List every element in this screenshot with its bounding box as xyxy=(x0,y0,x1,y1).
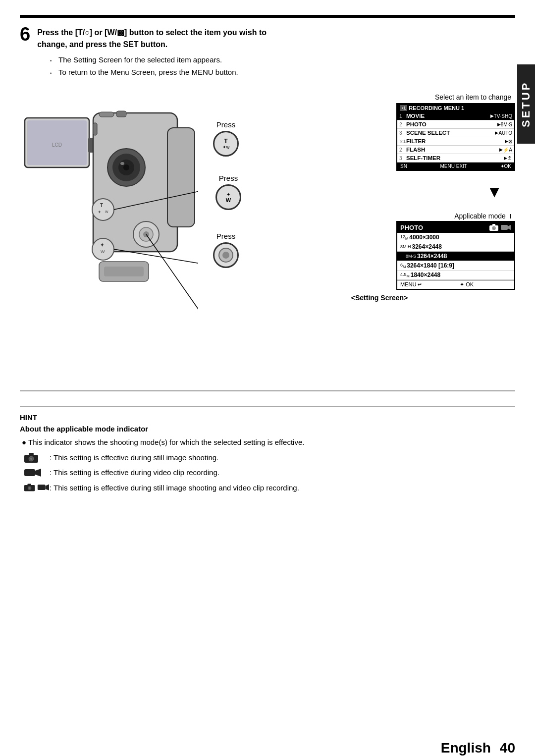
svg-rect-42 xyxy=(27,484,31,485)
hint-both-text: : This setting is effective during still… xyxy=(50,483,299,494)
hint-section: HINT About the applicable mode indicator… xyxy=(20,406,515,493)
bullet-text-1: The Setting Screen for the selected item… xyxy=(58,55,222,64)
t-button-icon: T ✦w xyxy=(213,131,239,157)
svg-point-44 xyxy=(29,487,30,488)
illustration-area: LCD T w xyxy=(20,88,515,376)
step-text: Press the [T/○] or [W/▩] button to selec… xyxy=(37,27,267,51)
divider-line xyxy=(20,390,515,391)
svg-text:T: T xyxy=(100,203,103,208)
bullet-dot-1: ・ xyxy=(47,56,54,66)
hint-icon-row-still: : This setting is effective during still… xyxy=(20,452,515,464)
svg-marker-34 xyxy=(508,225,511,230)
menu-row-filter: ※1 FILTER ▶ ⊠ xyxy=(397,137,514,146)
svg-rect-11 xyxy=(99,112,114,117)
bullet-item-2: ・ To return to the Menu Screen, press th… xyxy=(47,68,515,78)
svg-rect-33 xyxy=(501,225,508,230)
press-label-1: Press xyxy=(216,120,235,129)
page-container: 6 Press the [T/○] or [W/▩] button to sel… xyxy=(0,15,535,756)
setting-screen-label: <Setting Screen> xyxy=(244,294,515,302)
menu-title: RECORDING MENU 1 xyxy=(409,105,464,111)
svg-point-32 xyxy=(493,227,495,229)
camera-illustration: LCD T w xyxy=(20,88,198,346)
select-label: Select an item to change xyxy=(244,93,511,101)
step-number: 6 xyxy=(20,25,30,44)
hint-title: HINT xyxy=(20,413,515,422)
bullet-item-1: ・ The Setting Screen for the selected it… xyxy=(47,55,515,66)
recording-menu-screen: ▪1 RECORDING MENU 1 1 MOVIE ▶ TV·SHQ 2 xyxy=(396,103,515,171)
footer-english: English xyxy=(441,740,491,756)
menu-bottom-bar: SN MENU EXIT ✦OK xyxy=(397,162,514,170)
menu-row-scene: 3 SCENE SELECT ▶ AUTO xyxy=(397,129,514,137)
top-row: Press T ✦w Select an item to change ▪1 xyxy=(213,93,515,171)
hint-still-text: : This setting is effective during still… xyxy=(50,452,218,464)
hint-subtitle: About the applicable mode indicator xyxy=(20,425,515,433)
menu-title-bar: ▪1 RECORDING MENU 1 xyxy=(397,104,514,112)
svg-marker-40 xyxy=(35,469,41,477)
setting-row: Press Applicable mode I xyxy=(213,212,515,302)
hint-video-text: : This setting is effective during video… xyxy=(50,467,219,479)
setting-row-6m: 6M 3264×1840 [16:9] xyxy=(397,261,514,270)
setup-sidebar-tab: SETUP xyxy=(517,64,535,144)
svg-rect-12 xyxy=(116,111,126,117)
arrow-container: ▼ xyxy=(244,183,515,201)
setting-title-bar: PHOTO xyxy=(397,222,514,233)
right-panel: Press T ✦w Select an item to change ▪1 xyxy=(208,88,515,376)
bullet-dot-2: ・ xyxy=(47,69,54,78)
setting-screen: PHOTO xyxy=(396,221,515,290)
setting-bottom-bar: MENU ↵ ✦ OK xyxy=(397,280,514,289)
svg-text:✦: ✦ xyxy=(100,242,105,248)
svg-text:w: w xyxy=(105,209,108,214)
svg-point-13 xyxy=(92,199,114,220)
bullets: ・ The Setting Screen for the selected it… xyxy=(47,55,515,78)
setting-screen-panel: Applicable mode I PHOTO xyxy=(244,212,515,302)
setting-row-45m: 4.5M 1840×2448 xyxy=(397,270,514,280)
camera-area: LCD T w xyxy=(20,88,208,376)
svg-rect-45 xyxy=(38,485,46,490)
still-camera-icon xyxy=(489,223,499,231)
w-button-icon: ✦ W xyxy=(215,184,241,210)
arrow-down-icon: ▼ xyxy=(486,183,502,201)
menu-row-photo: 2 PHOTO ▶ 8M·S xyxy=(397,120,514,129)
still-icon-hint-2 xyxy=(24,483,35,492)
svg-rect-27 xyxy=(104,267,144,276)
press-set-group: Press xyxy=(213,232,239,268)
menu-row-flash: 2 FLASH ▶ ⚡A xyxy=(397,146,514,154)
svg-text:✦: ✦ xyxy=(98,210,102,215)
menu-panel: Select an item to change ▪1 RECORDING ME… xyxy=(244,93,515,171)
hint-body: ● This indicator shows the shooting mode… xyxy=(20,437,515,448)
hint-icon-row-video: : This setting is effective during video… xyxy=(20,467,515,479)
bullet-text-2: To return to the Menu Screen, press the … xyxy=(58,68,238,76)
svg-point-9 xyxy=(123,164,129,170)
set-button-icon xyxy=(213,242,239,268)
menu-row-movie: 1 MOVIE ▶ TV·SHQ xyxy=(397,112,514,120)
footer: English 40 xyxy=(0,740,535,756)
svg-marker-46 xyxy=(46,484,49,490)
arrow-press-w-row: Press ✦ W ▼ xyxy=(213,174,515,210)
press-w-group: Press ✦ W xyxy=(213,174,244,210)
press-label-3: Press xyxy=(216,232,235,240)
svg-point-38 xyxy=(30,458,32,460)
setting-row-8mh: 8M·H 3264×2448 xyxy=(397,242,514,252)
svg-rect-28 xyxy=(93,123,97,135)
menu-row-selftimer: 3 SELF-TIMER ▶ ⏱ xyxy=(397,154,514,162)
svg-text:W: W xyxy=(101,249,105,254)
video-camera-icon xyxy=(500,223,511,231)
video-icon-hint xyxy=(24,467,42,478)
svg-text:LCD: LCD xyxy=(52,142,62,148)
step-header: 6 Press the [T/○] or [W/▩] button to sel… xyxy=(20,27,515,51)
video-icon-hint-2 xyxy=(37,483,50,492)
footer-page: 40 xyxy=(500,740,515,756)
top-border xyxy=(20,15,515,18)
still-icon-hint xyxy=(24,452,39,463)
svg-rect-36 xyxy=(29,453,34,455)
setting-row-12m: 12M 4000×3000 xyxy=(397,233,514,242)
hint-icon-row-both: : This setting is effective during still… xyxy=(20,483,515,494)
setting-title-icons xyxy=(489,223,511,231)
applicable-label: Applicable mode I xyxy=(244,212,511,220)
press-t-group: Press T ✦w xyxy=(213,120,239,157)
setting-row-8ms: ✓ 8M·S 3264×2448 xyxy=(397,252,514,261)
press-label-2: Press xyxy=(219,174,238,182)
svg-rect-39 xyxy=(24,469,35,476)
svg-rect-30 xyxy=(492,224,495,226)
setting-title: PHOTO xyxy=(400,224,423,231)
